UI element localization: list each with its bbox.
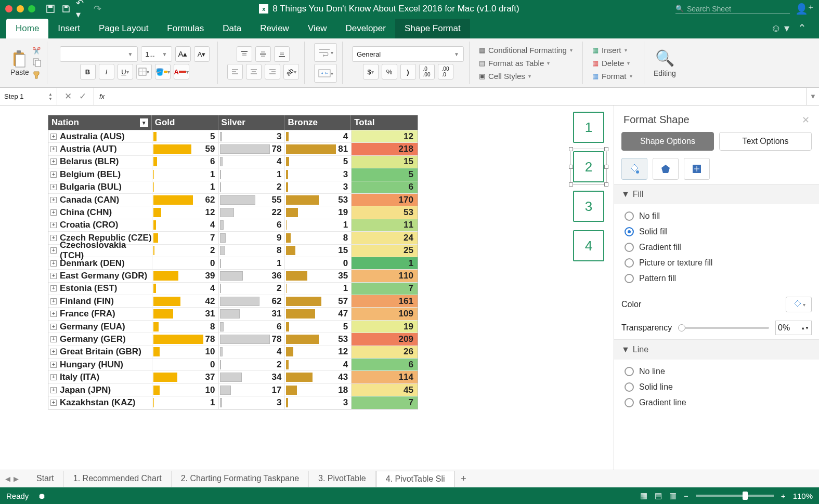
paste-icon[interactable] bbox=[10, 49, 29, 68]
table-row[interactable]: +Great Britain (GBR)1041226 bbox=[48, 346, 418, 358]
page-break-view-icon[interactable]: ▥ bbox=[669, 491, 677, 500]
header-gold[interactable]: Gold bbox=[152, 115, 218, 130]
expand-icon[interactable]: + bbox=[50, 184, 57, 190]
sheet-tab-0[interactable]: Start bbox=[27, 471, 64, 487]
fill-section-header[interactable]: ▼Fill bbox=[614, 184, 819, 204]
insert-cells-button[interactable]: ▦Insert ▾ bbox=[592, 45, 627, 56]
expand-icon[interactable]: + bbox=[50, 387, 57, 393]
line-option-no-line[interactable]: No line bbox=[625, 364, 819, 379]
sheet-tab-3[interactable]: 3. PivotTable bbox=[309, 471, 376, 487]
close-pane-icon[interactable]: ✕ bbox=[802, 114, 810, 126]
percent-icon[interactable]: % bbox=[382, 64, 397, 79]
decrease-decimal-icon[interactable]: .00.0 bbox=[438, 64, 453, 79]
increase-font-icon[interactable]: A▴ bbox=[175, 46, 191, 62]
borders-button[interactable]: ▾ bbox=[136, 64, 152, 79]
formula-input[interactable]: fx bbox=[94, 88, 807, 105]
search-sheet-field[interactable]: 🔍 bbox=[675, 5, 790, 14]
font-color-button[interactable]: A▾ bbox=[174, 64, 189, 79]
filter-dropdown-icon[interactable]: ▼ bbox=[140, 118, 148, 127]
currency-icon[interactable]: $ ▾ bbox=[363, 64, 379, 79]
table-row[interactable]: +France (FRA)313147109 bbox=[48, 307, 418, 320]
format-painter-icon[interactable] bbox=[32, 70, 42, 79]
transparency-value[interactable]: 0%▲▼ bbox=[775, 321, 812, 335]
table-row[interactable]: +Croatia (CRO)46111 bbox=[48, 219, 418, 231]
align-center-icon[interactable] bbox=[246, 64, 262, 79]
expand-icon[interactable]: + bbox=[50, 298, 57, 304]
ribbon-tab-data[interactable]: Data bbox=[213, 19, 251, 38]
table-row[interactable]: +Czechoslovakia (TCH)281525 bbox=[48, 244, 418, 257]
cut-icon[interactable]: ✂️ bbox=[32, 47, 42, 55]
copy-icon[interactable] bbox=[32, 58, 42, 67]
slicer-step-2[interactable]: 2 bbox=[573, 151, 604, 182]
cell-styles-button[interactable]: ▣Cell Styles ▾ bbox=[479, 71, 531, 82]
pivot-table[interactable]: Nation▼ Gold Silver Bronze Total +Austra… bbox=[48, 115, 418, 409]
macro-record-icon[interactable]: ⏺ bbox=[38, 492, 46, 500]
header-bronze[interactable]: Bronze bbox=[284, 115, 351, 130]
fill-color-picker[interactable]: ▾ bbox=[786, 297, 812, 312]
shape-options-tab[interactable]: Shape Options bbox=[621, 132, 714, 151]
format-as-table-button[interactable]: ▤Format as Table ▾ bbox=[479, 58, 550, 69]
expand-icon[interactable]: + bbox=[50, 336, 57, 342]
align-bottom-icon[interactable] bbox=[274, 46, 290, 62]
table-row[interactable]: +Italy (ITA)373443114 bbox=[48, 370, 418, 383]
ribbon-tab-view[interactable]: View bbox=[298, 19, 336, 38]
underline-button[interactable]: U ▾ bbox=[118, 64, 133, 79]
expand-icon[interactable]: + bbox=[50, 324, 57, 330]
expand-icon[interactable]: + bbox=[50, 349, 57, 355]
fill-option-pattern-fill[interactable]: Pattern fill bbox=[625, 271, 819, 286]
fill-option-gradient-fill[interactable]: Gradient fill bbox=[625, 240, 819, 255]
expand-icon[interactable]: + bbox=[50, 209, 57, 216]
slicer-step-3[interactable]: 3 bbox=[573, 191, 604, 222]
line-section-header[interactable]: ▼Line bbox=[614, 340, 819, 360]
slicer-step-4[interactable]: 4 bbox=[573, 230, 604, 261]
normal-view-icon[interactable]: ▦ bbox=[640, 491, 647, 500]
table-row[interactable]: +Japan (JPN)10171845 bbox=[48, 383, 418, 396]
header-total[interactable]: Total bbox=[351, 115, 418, 130]
decrease-font-icon[interactable]: A▾ bbox=[194, 46, 210, 62]
table-row[interactable]: +Denmark (DEN)0101 bbox=[48, 257, 418, 269]
editing-icon[interactable]: 🔍 bbox=[655, 48, 674, 67]
fill-option-solid-fill[interactable]: Solid fill bbox=[625, 224, 819, 240]
bold-button[interactable]: B bbox=[80, 64, 96, 79]
delete-cells-button[interactable]: ▦Delete ▾ bbox=[592, 58, 630, 69]
table-row[interactable]: +Bulgaria (BUL)1236 bbox=[48, 181, 418, 193]
zoom-in-icon[interactable]: + bbox=[781, 492, 786, 500]
expand-icon[interactable]: + bbox=[50, 260, 57, 267]
expand-icon[interactable]: + bbox=[50, 197, 57, 203]
table-row[interactable]: +Hungary (HUN)0246 bbox=[48, 358, 418, 370]
accept-formula-icon[interactable]: ✓ bbox=[79, 91, 86, 102]
expand-icon[interactable]: + bbox=[50, 146, 57, 152]
page-layout-view-icon[interactable]: ▤ bbox=[655, 491, 662, 500]
font-size-select[interactable]: 1...▼ bbox=[141, 46, 172, 62]
sheet-tab-1[interactable]: 1. Recommended Chart bbox=[64, 471, 172, 487]
fill-option-picture-or-texture-fill[interactable]: Picture or texture fill bbox=[625, 255, 819, 271]
table-row[interactable]: +Estonia (EST)4217 bbox=[48, 282, 418, 295]
effects-tab-icon[interactable] bbox=[653, 158, 679, 180]
next-sheet-icon[interactable]: ▶ bbox=[14, 475, 19, 483]
name-box[interactable]: Step 1 ▲▼ bbox=[0, 88, 57, 105]
ribbon-tab-developer[interactable]: Developer bbox=[336, 19, 395, 38]
zoom-out-icon[interactable]: − bbox=[684, 492, 688, 500]
ribbon-tab-review[interactable]: Review bbox=[251, 19, 298, 38]
redo-icon[interactable]: ↷ bbox=[92, 3, 103, 15]
number-format-select[interactable]: General▼ bbox=[352, 46, 464, 62]
worksheet-area[interactable]: Nation▼ Gold Silver Bronze Total +Austra… bbox=[0, 105, 614, 470]
collapse-ribbon-icon[interactable]: ⌃ bbox=[798, 22, 807, 34]
table-row[interactable]: +Australia (AUS)53412 bbox=[48, 130, 418, 142]
slicer-step-1[interactable]: 1 bbox=[573, 112, 604, 143]
expand-icon[interactable]: + bbox=[50, 158, 57, 165]
expand-icon[interactable]: + bbox=[50, 222, 57, 228]
minimize-window-button[interactable] bbox=[17, 5, 24, 12]
autosave-icon[interactable] bbox=[45, 3, 56, 15]
table-row[interactable]: +Belarus (BLR)64515 bbox=[48, 155, 418, 168]
expand-icon[interactable]: + bbox=[50, 362, 57, 368]
ribbon-tab-formulas[interactable]: Formulas bbox=[158, 19, 213, 38]
expand-icon[interactable]: + bbox=[50, 134, 57, 140]
close-window-button[interactable] bbox=[5, 5, 12, 12]
zoom-slider[interactable] bbox=[696, 495, 774, 497]
ribbon-tab-page-layout[interactable]: Page Layout bbox=[89, 19, 158, 38]
line-option-solid-line[interactable]: Solid line bbox=[625, 379, 819, 395]
save-icon[interactable] bbox=[60, 3, 72, 15]
merge-center-icon[interactable]: ▾ bbox=[314, 64, 337, 83]
sheet-tab-2[interactable]: 2. Charting Formating Taskpane bbox=[172, 471, 309, 487]
